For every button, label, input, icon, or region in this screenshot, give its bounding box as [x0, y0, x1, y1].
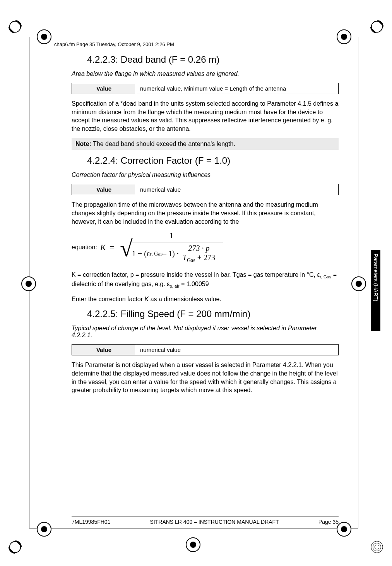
- body-text: Enter the correction factor K as a dimen…: [72, 295, 339, 304]
- section-heading: 4.2.2.5: Filling Speed (F = 200 mm/min): [87, 309, 339, 319]
- section-heading: 4.2.2.3: Dead band (F = 0.26 m): [87, 54, 339, 65]
- value-table: Value numerical value, Minimum value = L…: [72, 83, 339, 94]
- crop-corner-icon: [370, 540, 384, 554]
- fraction: 1 √ 1 + (εr, Gas – 1) · 273 · p TGas + 2…: [120, 231, 223, 264]
- body-text: K = correction factor, p = pressure insi…: [72, 271, 339, 290]
- body-text: Specification of a *dead band in the uni…: [72, 99, 339, 133]
- footer: 7ML19985FH01 SITRANS LR 400 – INSTRUCTIO…: [72, 516, 339, 525]
- value-table: Value numerical value: [72, 344, 339, 355]
- equation-label: equation:: [72, 244, 99, 251]
- value-table: Value numerical value: [72, 184, 339, 195]
- svg-point-5: [375, 545, 379, 549]
- body-text: The propagation time of the microwaves b…: [72, 201, 339, 226]
- registration-mark-icon: [37, 29, 51, 44]
- registration-mark-icon: [186, 537, 200, 552]
- section-description: Correction factor for physical measuring…: [72, 172, 339, 178]
- numerator: 1: [166, 231, 176, 241]
- footer-center: SITRANS LR 400 – INSTRUCTION MANUAL DRAF…: [150, 519, 279, 525]
- radical-icon: √: [120, 239, 133, 261]
- table-value-cell: numerical value: [136, 184, 339, 195]
- section-heading: 4.2.2.4: Correction Factor (F = 1.0): [87, 155, 339, 166]
- footer-left: 7ML19985FH01: [72, 519, 110, 525]
- registration-mark-icon: [37, 522, 51, 537]
- side-tab: Parameters (HART): [371, 250, 380, 331]
- section-description: Typical speed of change of the level. No…: [72, 325, 339, 339]
- inner-fraction: 273 · p TGas + 273: [180, 244, 217, 264]
- table-value-cell: numerical value, Minimum value = Length …: [136, 83, 339, 94]
- note-text: The dead band should exceed the antenna'…: [91, 141, 235, 147]
- table-label-cell: Value: [72, 184, 136, 195]
- svg-point-4: [373, 543, 381, 551]
- equation: equation: K = 1 √ 1 + (εr, Gas – 1) · 27…: [72, 231, 339, 264]
- registration-mark-icon: [337, 29, 351, 44]
- variable-K: K: [99, 242, 110, 252]
- inner-denominator: TGas + 273: [180, 253, 217, 264]
- crop-corner-icon: [370, 19, 384, 34]
- note-box: Note: The dead band should exceed the an…: [72, 138, 339, 150]
- table-label-cell: Value: [72, 83, 136, 94]
- registration-mark-icon: [351, 276, 366, 291]
- inner-numerator: 273 · p: [186, 244, 212, 253]
- body-text: This Parameter is not displayed when a u…: [72, 361, 339, 394]
- registration-mark-icon: [21, 276, 36, 291]
- term: – 1) ·: [163, 249, 179, 258]
- registration-mark-icon: [337, 522, 351, 537]
- note-label: Note:: [75, 141, 91, 147]
- table-label-cell: Value: [72, 345, 136, 355]
- crop-corner-icon: [8, 540, 22, 554]
- frame-header: chap6.fm Page 35 Tuesday, October 9, 200…: [54, 41, 174, 47]
- subscript: r, Gas: [150, 251, 163, 257]
- square-root: √ 1 + (εr, Gas – 1) · 273 · p TGas + 273: [120, 242, 223, 264]
- equals-sign: =: [110, 242, 120, 252]
- footer-right: Page 35: [318, 519, 339, 525]
- section-description: Area below the flange in which measured …: [72, 70, 339, 77]
- table-value-cell: numerical value: [136, 345, 339, 355]
- term: 1 + (ε: [132, 249, 150, 258]
- crop-corner-icon: [8, 19, 22, 34]
